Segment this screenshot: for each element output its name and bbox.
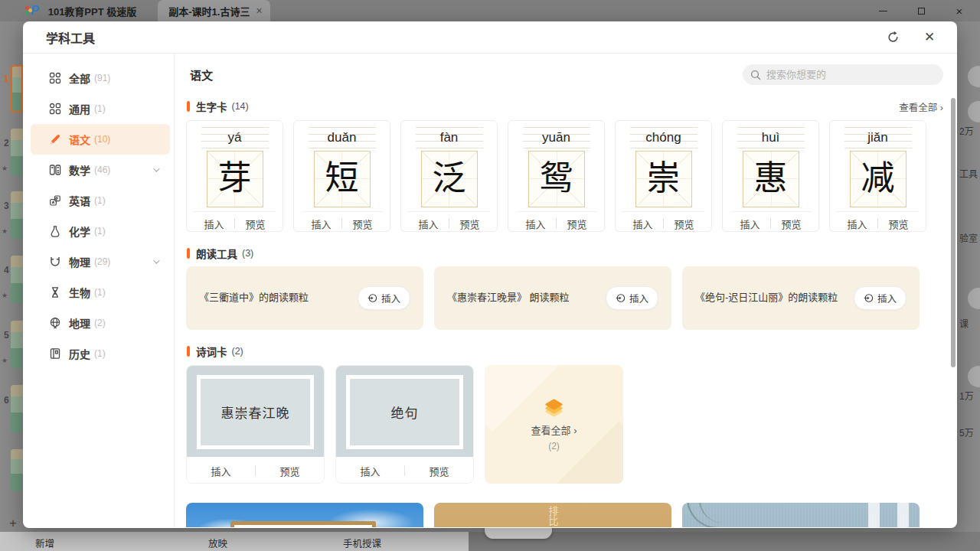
sidebar-item-count: (91) (94, 73, 110, 83)
dialog-header: 学科工具 ✕ (23, 21, 957, 54)
sidebar-item-geography[interactable]: 地理 (2) (31, 308, 170, 338)
poem-card[interactable]: 绝句 插入预览 (335, 365, 474, 484)
word-pinyin: duǎn (309, 127, 376, 148)
calculator-icon (49, 164, 62, 177)
banner-card-linen[interactable] (682, 503, 920, 527)
banner-card-scroll[interactable]: 排比 (434, 503, 671, 527)
reading-tool-card: 《三衢道中》的朗读颗粒 插入 (186, 266, 423, 330)
sidebar-item-physics[interactable]: 物理 (29) (31, 246, 170, 277)
insert-button[interactable]: 插入 (854, 286, 906, 310)
chevron-down-icon[interactable] (153, 165, 159, 171)
preview-button[interactable]: 预览 (664, 217, 704, 231)
word-card[interactable]: yuān 鸳 插入预览 (508, 120, 605, 232)
preview-button[interactable]: 预览 (449, 217, 490, 231)
maximize-icon (918, 8, 925, 15)
insert-button[interactable]: 插入 (837, 217, 877, 231)
view-all-link[interactable]: 查看全部 › (899, 99, 943, 114)
tab-close-icon[interactable]: × (256, 5, 262, 16)
slide-thumbnail[interactable] (11, 129, 23, 176)
sidebar-item-all[interactable]: 全部 (91) (31, 63, 170, 93)
sidebar-item-label: 生物 (69, 285, 90, 300)
sidebar-item-count: (2) (94, 318, 106, 328)
sidebar-item-general[interactable]: 通用 (1) (31, 93, 170, 124)
word-card[interactable]: huì 惠 插入预览 (722, 120, 819, 232)
poem-card-row: 惠崇春江晚 插入预览 绝句 插入预览 查看全部 › (2) (186, 365, 957, 484)
sidebar-item-count: (1) (94, 103, 106, 114)
insert-button[interactable]: 插入 (622, 217, 663, 231)
insert-button[interactable]: 插入 (301, 217, 341, 231)
insert-button[interactable]: 插入 (194, 217, 234, 231)
search-box (743, 64, 943, 85)
word-card[interactable]: duǎn 短 插入预览 (293, 120, 390, 232)
minimize-icon (879, 11, 887, 11)
sidebar-item-math[interactable]: 数学 (46) (31, 155, 170, 185)
import-icon (864, 293, 874, 303)
view-all-text: 查看全部 (899, 103, 937, 113)
poem-card[interactable]: 惠崇春江晚 插入预览 (186, 365, 325, 484)
sidebar-item-chemistry[interactable]: 化学 (1) (31, 216, 170, 246)
minimize-button[interactable] (873, 3, 893, 18)
slide-number: 3 (4, 201, 9, 211)
phone-teaching-button[interactable]: 手机授课 (343, 536, 381, 550)
preview-button[interactable]: 预览 (771, 217, 812, 231)
grid-icon (49, 103, 62, 116)
maximize-button[interactable] (911, 3, 931, 18)
sidebar-item-history[interactable]: 历史 (1) (31, 338, 170, 369)
banner-card-sky[interactable] (186, 503, 423, 527)
refresh-button[interactable] (885, 30, 900, 45)
insert-button[interactable]: 插入 (515, 217, 556, 231)
preview-button[interactable]: 预览 (405, 464, 473, 478)
insert-button[interactable]: 插入 (730, 217, 770, 231)
document-tab-title: 副本-课时1.古诗三 (168, 4, 250, 18)
document-tab[interactable]: 副本-课时1.古诗三 × (158, 0, 270, 21)
word-card[interactable]: jiǎn 减 插入预览 (829, 120, 926, 232)
preview-button[interactable]: 预览 (878, 217, 919, 231)
view-all-count: (2) (548, 441, 560, 452)
chevron-down-icon[interactable] (153, 257, 159, 263)
insert-button[interactable]: 插入 (187, 464, 255, 478)
new-slide-button[interactable]: 新增 (35, 536, 54, 550)
slide-thumbnail[interactable] (11, 65, 23, 112)
insert-button[interactable]: 插入 (358, 286, 410, 310)
insert-button[interactable]: 插入 (408, 217, 449, 231)
scrollbar-thumb[interactable] (951, 98, 956, 367)
toolbar-fragment: 2万 (959, 124, 980, 137)
dialog-close-button[interactable]: ✕ (922, 30, 937, 45)
globe-icon (49, 317, 62, 330)
dialog-title: 学科工具 (46, 28, 95, 47)
toolbar-fragment: 5万 (959, 425, 980, 439)
banner-row: 排比 (186, 503, 957, 527)
slide-number: 4 (4, 265, 9, 276)
slide-thumbnail[interactable] (11, 321, 23, 368)
play-slideshow-button[interactable]: 放映 (208, 536, 227, 550)
word-card[interactable]: chóng 崇 插入预览 (615, 120, 712, 232)
plus-icon[interactable]: + (9, 516, 17, 531)
sidebar-item-chinese[interactable]: 语文 (10) (31, 124, 170, 155)
sidebar-item-english[interactable]: 英语 (1) (31, 185, 170, 216)
insert-button[interactable]: 插入 (606, 286, 658, 310)
sidebar-item-count: (29) (94, 256, 110, 267)
search-input[interactable] (766, 69, 936, 80)
preview-button[interactable]: 预览 (235, 217, 276, 231)
sidebar-item-biology[interactable]: 生物 (1) (31, 277, 170, 308)
sidebar-item-label: 英语 (69, 193, 90, 208)
toolbar-icon-sliver (968, 288, 980, 309)
slide-panel-footer: 新增 放映 手机授课 (0, 532, 469, 551)
tools-content: 语文 生字卡 (14) 查看全部 › yá 芽 (175, 54, 957, 527)
insert-button[interactable]: 插入 (336, 464, 404, 478)
view-all-card[interactable]: 查看全部 › (2) (485, 365, 623, 484)
preview-button[interactable]: 预览 (557, 217, 597, 231)
slide-thumbnail[interactable] (11, 449, 23, 491)
slide-thumbnail[interactable] (11, 256, 23, 303)
section-accent-bar (187, 248, 190, 259)
slide-thumbnail[interactable] (11, 385, 23, 432)
slide-number: 5 (4, 330, 9, 341)
chevron-right-icon: › (940, 103, 943, 113)
preview-button[interactable]: 预览 (342, 217, 383, 231)
preview-button[interactable]: 预览 (256, 464, 324, 478)
word-card[interactable]: yá 芽 插入预览 (186, 120, 283, 232)
chevron-right-icon: › (573, 425, 577, 436)
window-close-button[interactable]: × (949, 3, 969, 18)
slide-thumbnail[interactable] (11, 191, 23, 239)
word-card[interactable]: fàn 泛 插入预览 (400, 120, 498, 232)
